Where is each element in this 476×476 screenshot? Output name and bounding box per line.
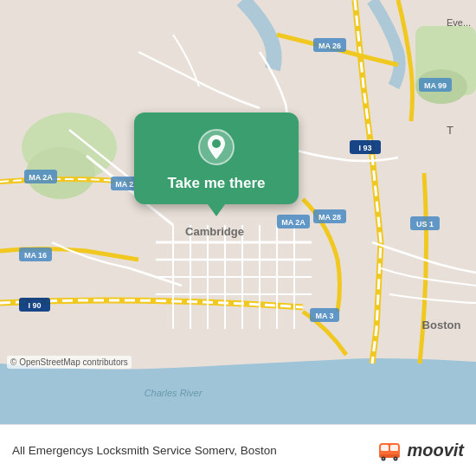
- svg-point-52: [383, 458, 384, 460]
- bottom-bar: All Emergencys Locksmith Service Somerv,…: [0, 424, 476, 476]
- svg-text:MA 3: MA 3: [315, 312, 333, 320]
- svg-text:T: T: [447, 124, 453, 137]
- svg-text:MA 16: MA 16: [24, 251, 47, 260]
- svg-text:Boston: Boston: [422, 318, 461, 331]
- callout-label: Take me there: [167, 175, 265, 192]
- svg-point-45: [212, 139, 221, 148]
- moovit-logo: moovit: [376, 438, 464, 464]
- svg-text:I 90: I 90: [28, 301, 41, 310]
- svg-text:Eve...: Eve...: [447, 17, 471, 28]
- svg-text:MA 28: MA 28: [318, 213, 341, 222]
- svg-point-53: [395, 458, 396, 460]
- svg-text:Charles River: Charles River: [145, 388, 203, 398]
- business-name-label: All Emergencys Locksmith Service Somerv,…: [12, 444, 376, 457]
- callout-popup[interactable]: Take me there: [134, 113, 299, 204]
- copyright-notice: © OpenStreetMap contributors: [7, 356, 132, 369]
- svg-rect-48: [390, 445, 398, 451]
- svg-text:MA 2A: MA 2A: [281, 218, 306, 227]
- map-container: MA 2A MA 2A MA 2A MA 16 I 90 I 93 MA 26 …: [0, 0, 476, 424]
- moovit-bus-icon: [376, 438, 402, 464]
- svg-text:US 1: US 1: [416, 220, 434, 228]
- location-pin-icon: [197, 128, 235, 166]
- svg-text:I 93: I 93: [358, 144, 371, 152]
- svg-text:MA 99: MA 99: [424, 81, 447, 90]
- svg-text:Cambridge: Cambridge: [185, 225, 244, 238]
- svg-rect-47: [381, 445, 389, 451]
- moovit-wordmark: moovit: [407, 441, 464, 460]
- svg-text:MA 2A: MA 2A: [29, 173, 53, 182]
- svg-text:MA 26: MA 26: [318, 42, 341, 50]
